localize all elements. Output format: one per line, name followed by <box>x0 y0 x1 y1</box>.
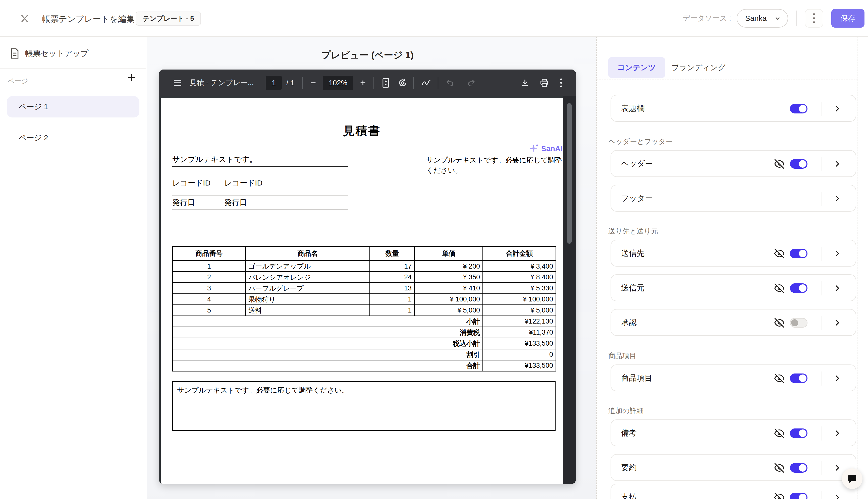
cell: ¥ 410 <box>415 283 483 294</box>
rotate-icon <box>398 78 407 87</box>
eye-off-icon[interactable] <box>774 463 784 473</box>
card-label: 送信元 <box>621 283 644 293</box>
card-summary: 要約 <box>611 454 856 481</box>
cell: ¥ 350 <box>415 272 483 283</box>
pdf-canvas: 見積書 サンプルテキストです。 SanAI サンプルテキストです。必要に応じて調… <box>159 96 576 484</box>
chevron-right-icon[interactable] <box>834 375 841 382</box>
eye-off-icon[interactable] <box>774 318 784 328</box>
sender-toggle[interactable] <box>790 283 807 293</box>
add-page-button[interactable] <box>126 73 137 83</box>
total-value: ¥133,500 <box>483 338 556 349</box>
download-button[interactable] <box>521 70 529 96</box>
more-options-button[interactable] <box>805 9 823 28</box>
close-button[interactable] <box>19 13 30 24</box>
pdf-toolbar: 見積 - テンプレー... 1 / 1 102% <box>159 70 576 96</box>
print-icon <box>540 78 549 87</box>
eye-off-icon[interactable] <box>774 159 784 169</box>
chevron-right-icon[interactable] <box>834 464 841 472</box>
cell: ¥ 8,400 <box>483 272 556 283</box>
chevron-right-icon[interactable] <box>834 160 841 168</box>
chevron-right-icon[interactable] <box>834 195 841 202</box>
hamburger-icon <box>173 79 182 86</box>
tab-content[interactable]: コンテンツ <box>608 57 665 78</box>
page-number-input[interactable]: 1 <box>266 70 282 96</box>
print-button[interactable] <box>540 70 549 96</box>
card-label: 支払 <box>621 492 637 499</box>
eye-off-icon[interactable] <box>774 492 784 499</box>
cell: ¥ 5,000 <box>415 305 483 316</box>
chevron-right-icon[interactable] <box>834 429 841 437</box>
col-header: 商品名 <box>246 247 370 261</box>
cell: ゴールデンアップル <box>246 261 370 272</box>
sidebar-divider <box>0 69 146 69</box>
section-label-line-items: 商品項目 <box>608 351 637 361</box>
sidebar-item-form-setup[interactable]: 帳票セットアップ <box>10 48 88 59</box>
issue-date-value: 発行日 <box>224 197 247 208</box>
chevron-right-icon[interactable] <box>834 250 841 257</box>
page-total-label: / 1 <box>286 70 294 96</box>
eye-off-icon[interactable] <box>774 248 784 258</box>
fit-page-button[interactable] <box>382 70 389 96</box>
kebab-icon <box>560 78 562 88</box>
total-value: 0 <box>483 349 556 360</box>
preview-title: プレビュー (ページ 1) <box>159 49 576 61</box>
sidebar-item-page-1[interactable]: ページ 1 <box>7 96 140 118</box>
summary-toggle[interactable] <box>790 463 807 473</box>
eye-off-icon[interactable] <box>774 373 784 383</box>
annotate-button[interactable] <box>421 70 431 96</box>
scrollbar-thumb[interactable] <box>567 103 571 244</box>
card-sender: 送信元 <box>611 275 856 301</box>
tab-branding[interactable]: ブランディング <box>664 57 733 78</box>
cell: ¥ 5,330 <box>483 283 556 294</box>
datasource-select[interactable]: Sanka <box>737 9 788 28</box>
sidebar-item-page-2[interactable]: ページ 2 <box>7 127 140 149</box>
cell: 1 <box>370 294 415 305</box>
download-icon <box>521 78 529 87</box>
redo-button[interactable] <box>467 70 475 96</box>
plus-icon <box>126 73 137 83</box>
eye-off-icon[interactable] <box>774 283 784 293</box>
zoom-level-input[interactable]: 102% <box>323 70 353 96</box>
card-label: 承認 <box>621 317 637 328</box>
col-header: 合計金額 <box>483 247 556 261</box>
card-divider <box>821 372 822 386</box>
remarks-toggle[interactable] <box>790 428 807 438</box>
pdf-menu-button[interactable] <box>173 70 182 96</box>
title-field-toggle[interactable] <box>790 104 807 113</box>
eye-off-icon[interactable] <box>774 428 784 438</box>
rotate-button[interactable] <box>398 70 407 96</box>
plus-icon <box>359 79 366 86</box>
card-footer: フッター <box>611 185 856 211</box>
zoom-out-button[interactable] <box>310 70 317 96</box>
card-label: 表題欄 <box>621 103 644 114</box>
toolbar-separator <box>413 77 414 89</box>
cell: 5 <box>173 305 246 316</box>
document-title: 見積書 <box>161 123 563 139</box>
card-label: 要約 <box>621 462 637 473</box>
line-items-toggle[interactable] <box>790 374 807 383</box>
chat-fab-button[interactable] <box>842 468 863 489</box>
document-icon <box>10 48 20 59</box>
chevron-right-icon[interactable] <box>834 494 841 499</box>
cell: 4 <box>173 294 246 305</box>
chevron-right-icon[interactable] <box>834 319 841 327</box>
pdf-scrollbar[interactable] <box>563 96 576 484</box>
header-toggle[interactable] <box>790 159 807 169</box>
pdf-more-button[interactable] <box>560 70 562 96</box>
card-divider <box>821 316 822 330</box>
toolbar-separator <box>373 77 374 89</box>
save-button[interactable]: 保存 <box>831 9 865 28</box>
card-label: 商品項目 <box>621 373 652 383</box>
card-label: 送信先 <box>621 248 644 258</box>
undo-button[interactable] <box>446 70 454 96</box>
payment-toggle[interactable] <box>790 493 807 499</box>
chevron-right-icon[interactable] <box>834 284 841 292</box>
cell: 24 <box>370 272 415 283</box>
approval-toggle[interactable] <box>790 318 807 328</box>
chat-bubble-icon <box>847 474 857 484</box>
cell: ¥ 100,000 <box>483 294 556 305</box>
recipient-toggle[interactable] <box>790 249 807 258</box>
table-row: 5 送料 1 ¥ 5,000 ¥ 5,000 <box>173 305 556 316</box>
chevron-right-icon[interactable] <box>834 105 841 112</box>
zoom-in-button[interactable] <box>359 70 366 96</box>
